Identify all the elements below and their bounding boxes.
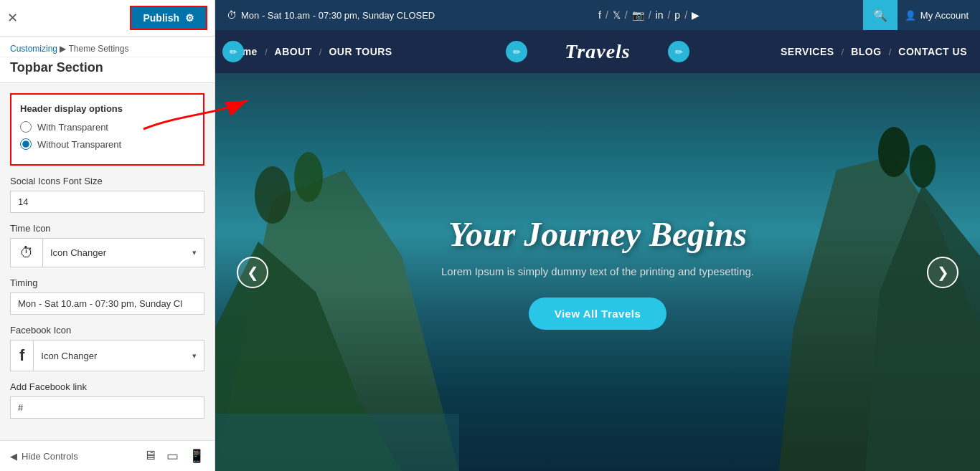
svg-point-2 bbox=[255, 166, 291, 224]
hero-content: Your Journey Begins Lorem Ipsum is simpl… bbox=[441, 214, 754, 330]
topbar-left: ⏱ Mon - Sat 10.am - 07:30 pm, Sunday CLO… bbox=[227, 9, 435, 21]
breadcrumb-customizing[interactable]: Customizing bbox=[10, 44, 57, 54]
instagram-link[interactable]: 📷 bbox=[632, 9, 644, 21]
radio-with-transparent-input[interactable] bbox=[20, 121, 32, 133]
view-all-travels-button[interactable]: View All Travels bbox=[529, 298, 667, 330]
site-topbar: ⏱ Mon - Sat 10.am - 07:30 pm, Sunday CLO… bbox=[215, 0, 980, 30]
header-display-options-box: Header display options With Transparent … bbox=[10, 93, 204, 166]
twitter-link[interactable]: 𝕏 bbox=[613, 9, 621, 21]
panel-footer: ◀ Hide Controls 🖥 ▭ 📱 bbox=[0, 440, 215, 471]
time-icon-changer-row: ⏱ Icon Changer ▾ bbox=[10, 238, 204, 267]
chevron-left-icon: ◀ bbox=[10, 451, 17, 462]
timing-label: Timing bbox=[10, 277, 204, 288]
panel-content: Header display options With Transparent … bbox=[0, 83, 215, 440]
website-preview: ⏱ Mon - Sat 10.am - 07:30 pm, Sunday CLO… bbox=[215, 0, 980, 471]
timing-input[interactable] bbox=[10, 292, 204, 315]
hero-title: Your Journey Begins bbox=[441, 214, 754, 254]
social-icons-input[interactable] bbox=[10, 191, 204, 213]
clock-icon: ⏱ bbox=[11, 239, 43, 267]
publish-button[interactable]: Publish ⚙ bbox=[130, 6, 207, 30]
panel-topbar: ✕ Publish ⚙ bbox=[0, 0, 215, 37]
timing-group: Timing bbox=[10, 277, 204, 315]
edit-nav-center-left-button[interactable]: ✏ bbox=[506, 41, 527, 62]
hero-prev-button[interactable]: ❮ bbox=[237, 257, 268, 288]
facebook-link-group: Add Facebook link bbox=[10, 381, 204, 419]
nav-blog[interactable]: BLOG bbox=[845, 46, 887, 57]
nav-about[interactable]: ABOUT bbox=[269, 46, 318, 57]
user-icon: 👤 bbox=[905, 10, 916, 21]
topbar-social-icons: f / 𝕏 / 📷 / in / p / ▶ bbox=[598, 9, 699, 21]
time-icon: ⏱ bbox=[227, 9, 237, 21]
social-icons-label: Social Icons Font Size bbox=[10, 176, 204, 186]
footer-device-icons: 🖥 ▭ 📱 bbox=[143, 448, 204, 464]
chevron-down-icon: ▾ bbox=[192, 248, 197, 257]
topbar-right: 🔍 👤 My Account bbox=[863, 0, 969, 30]
nav-our-tours[interactable]: OUR TOURS bbox=[323, 46, 397, 57]
publish-label: Publish bbox=[143, 12, 179, 24]
facebook-icon-group: Facebook Icon f Icon Changer ▾ bbox=[10, 325, 204, 371]
radio-without-transparent[interactable]: Without Transparent bbox=[20, 138, 194, 150]
my-account-button[interactable]: 👤 My Account bbox=[905, 10, 969, 21]
svg-point-8 bbox=[910, 145, 936, 188]
mobile-icon[interactable]: 📱 bbox=[189, 448, 204, 464]
facebook-icon-label: Facebook Icon bbox=[10, 325, 204, 336]
nav-links-right: SERVICES / BLOG / CONTACT US bbox=[695, 46, 973, 57]
search-button[interactable]: 🔍 bbox=[863, 0, 897, 30]
facebook-link[interactable]: f bbox=[598, 9, 601, 21]
time-icon-label: Time Icon bbox=[10, 223, 204, 234]
linkedin-link[interactable]: in bbox=[656, 9, 664, 21]
nav-links-left: Home / ABOUT / OUR TOURS bbox=[222, 46, 500, 57]
svg-rect-4 bbox=[215, 414, 459, 471]
hide-controls-button[interactable]: ◀ Hide Controls bbox=[10, 451, 78, 462]
edit-nav-left-button[interactable]: ✏ bbox=[222, 41, 244, 62]
gear-icon: ⚙ bbox=[185, 12, 194, 24]
facebook-icon-changer-row: f Icon Changer ▾ bbox=[10, 340, 204, 371]
facebook-icon: f bbox=[11, 341, 34, 371]
facebook-icon-changer-button[interactable]: Icon Changer ▾ bbox=[34, 345, 204, 367]
hero-next-button[interactable]: ❯ bbox=[927, 257, 958, 288]
youtube-link[interactable]: ▶ bbox=[692, 9, 699, 21]
facebook-link-input[interactable] bbox=[10, 396, 204, 419]
hero-subtitle: Lorem Ipsum is simply dummy text of the … bbox=[441, 265, 754, 277]
svg-point-3 bbox=[294, 152, 323, 202]
radio-without-transparent-input[interactable] bbox=[20, 138, 32, 150]
chevron-down-icon: ▾ bbox=[192, 351, 197, 361]
nav-contact[interactable]: CONTACT US bbox=[892, 46, 973, 57]
svg-point-7 bbox=[878, 127, 910, 177]
desktop-icon[interactable]: 🖥 bbox=[143, 448, 156, 464]
site-navigation: ✏ Home / ABOUT / OUR TOURS ✏ Travels ✏ S… bbox=[215, 30, 980, 73]
header-display-options-label: Header display options bbox=[20, 103, 194, 114]
nav-services[interactable]: SERVICES bbox=[775, 46, 840, 57]
my-account-label: My Account bbox=[920, 10, 969, 21]
breadcrumb-section: Theme Settings bbox=[69, 44, 129, 54]
tablet-icon[interactable]: ▭ bbox=[166, 448, 179, 464]
panel-title: Topbar Section bbox=[0, 57, 215, 83]
radio-with-transparent[interactable]: With Transparent bbox=[20, 121, 194, 133]
facebook-link-label: Add Facebook link bbox=[10, 381, 204, 392]
social-icons-font-size-group: Social Icons Font Size bbox=[10, 176, 204, 213]
edit-nav-center-right-button[interactable]: ✏ bbox=[668, 41, 689, 62]
customizer-panel: ✕ Publish ⚙ Customizing ▶ Theme Settings… bbox=[0, 0, 215, 471]
site-logo: Travels bbox=[533, 40, 662, 63]
hero-section: Your Journey Begins Lorem Ipsum is simpl… bbox=[215, 73, 980, 471]
pinterest-link[interactable]: p bbox=[674, 9, 680, 21]
topbar-timing: Mon - Sat 10.am - 07:30 pm, Sunday CLOSE… bbox=[241, 10, 435, 21]
time-icon-changer-button[interactable]: Icon Changer ▾ bbox=[43, 242, 204, 264]
close-button[interactable]: ✕ bbox=[7, 10, 18, 26]
breadcrumb: Customizing ▶ Theme Settings bbox=[0, 37, 215, 57]
time-icon-group: Time Icon ⏱ Icon Changer ▾ bbox=[10, 223, 204, 267]
